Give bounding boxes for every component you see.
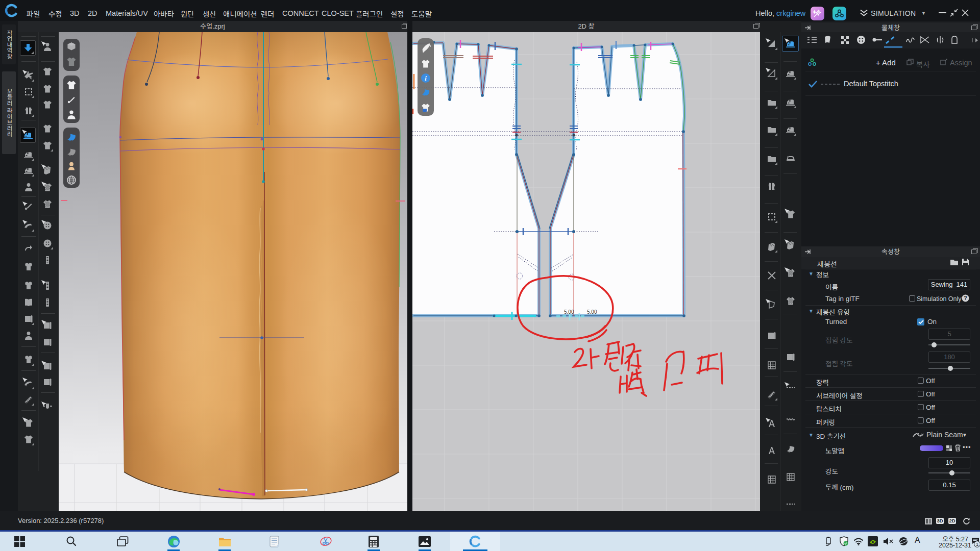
svg-text:i: i [425,74,427,82]
svg-text:5.00: 5.00 [564,309,574,315]
svg-text:?: ? [964,295,967,301]
svg-text:5.00: 5.00 [587,309,597,315]
